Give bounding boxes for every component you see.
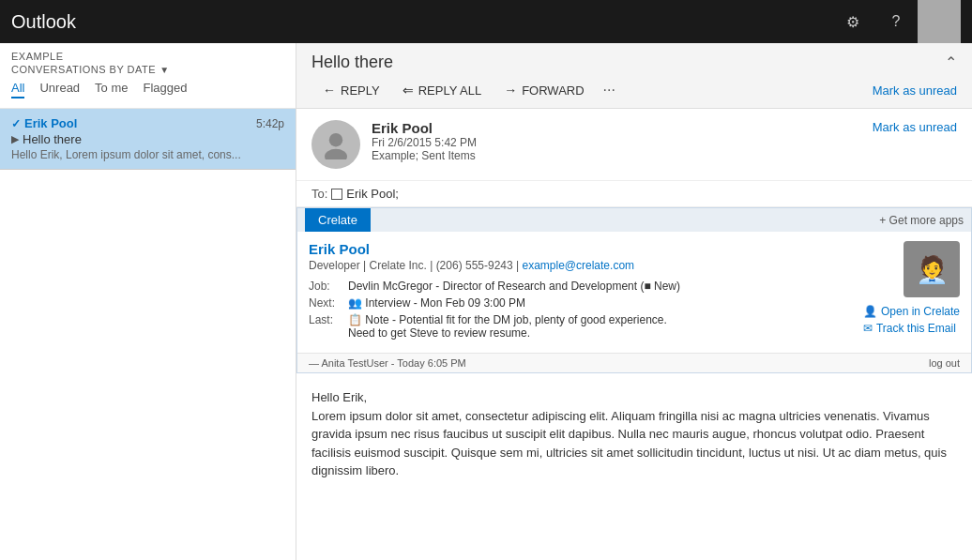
people-icon: 👥: [348, 296, 362, 310]
top-bar: Outlook ⚙ ?: [0, 0, 972, 43]
mark-unread-button[interactable]: Mark as unread: [873, 80, 957, 101]
email-list-item[interactable]: ✓ Erik Pool 5:42p ▶ Hello there Hello Er…: [0, 109, 296, 170]
avatar-icon: [321, 129, 351, 159]
open-label: Open in Crelate: [881, 305, 960, 318]
track-email-button[interactable]: ✉ Track this Email: [863, 322, 960, 335]
email-view-header: Hello there ⌃ ← REPLY ⇐ REPLY ALL → FORW…: [296, 43, 972, 109]
job-value: Devlin McGregor - Director of Research a…: [348, 280, 680, 293]
reply-all-icon: ⇐: [402, 83, 414, 98]
forward-button[interactable]: → FORWARD: [493, 79, 595, 101]
last-value: 📋 Note - Potential fit for the DM job, p…: [348, 313, 667, 340]
to-row: To: Erik Pool;: [296, 181, 972, 207]
crelate-footer: — Anita TestUser - Today 6:05 PM log out: [297, 353, 971, 372]
crelate-email-link[interactable]: example@crelate.com: [522, 259, 634, 272]
to-label: To:: [311, 187, 327, 201]
sender-name: Erik Pool: [24, 116, 77, 130]
crelate-tab-bar: Crelate + Get more apps: [297, 208, 971, 232]
svg-point-1: [325, 149, 347, 159]
logout-link[interactable]: log out: [929, 357, 960, 369]
forward-label: FORWARD: [522, 83, 584, 98]
job-label: Job:: [309, 280, 342, 293]
email-greeting: Hello Erik,: [311, 388, 957, 407]
help-button[interactable]: ?: [874, 0, 918, 43]
email-body-area: Erik Pool Fri 2/6/2015 5:42 PM Example; …: [296, 109, 972, 560]
app-title: Outlook: [11, 11, 831, 33]
top-bar-icons: ⚙ ?: [831, 0, 961, 43]
email-icon: ✉: [863, 322, 873, 335]
reply-all-label: REPLY ALL: [418, 83, 481, 98]
next-value: 👥 Interview - Mon Feb 09 3:00 PM: [348, 296, 525, 310]
reply-button[interactable]: ← REPLY: [311, 79, 391, 101]
crelate-job-row: Job: Devlin McGregor - Director of Resea…: [309, 280, 854, 293]
right-panel: Hello there ⌃ ← REPLY ⇐ REPLY ALL → FORW…: [296, 43, 972, 560]
example-label: EXAMPLE: [11, 51, 284, 62]
tab-flagged[interactable]: Flagged: [144, 81, 188, 98]
person-icon: 👤: [863, 305, 877, 318]
email-time: 5:42p: [256, 117, 284, 130]
crelate-plugin: Crelate + Get more apps Erik Pool Develo…: [296, 207, 972, 373]
sender-folder: Example; Sent Items: [372, 149, 873, 162]
email-subject-title: Hello there: [311, 53, 393, 72]
conversations-row[interactable]: CONVERSATIONS BY DATE ▼: [11, 64, 284, 75]
email-actions-row: ← REPLY ⇐ REPLY ALL → FORWARD ··· Mark a…: [311, 78, 957, 102]
sender-name-display: Erik Pool: [372, 120, 433, 136]
last-label: Last:: [309, 313, 342, 326]
crelate-body: Erik Pool Developer | Crelate Inc. | (20…: [297, 232, 971, 353]
note-icon: 📋: [348, 313, 362, 326]
email-text-content: Hello Erik, Lorem ipsum dolor sit amet, …: [296, 373, 972, 495]
tab-unread[interactable]: Unread: [39, 81, 80, 98]
email-body-paragraph: Lorem ipsum dolor sit amet, consectetur …: [311, 407, 957, 480]
filter-tabs: All Unread To me Flagged: [11, 81, 284, 104]
crelate-tab[interactable]: Crelate: [305, 208, 371, 232]
email-item-header: ✓ Erik Pool 5:42p: [11, 116, 284, 130]
next-label: Next:: [309, 296, 342, 310]
crelate-next-row: Next: 👥 Interview - Mon Feb 09 3:00 PM: [309, 296, 854, 310]
arrow-right-icon: ▶: [11, 133, 19, 145]
crelate-meta-text: Developer | Crelate Inc. | (206) 555-924…: [309, 259, 522, 272]
track-label: Track this Email: [876, 322, 956, 335]
conversations-label: CONVERSATIONS BY DATE: [11, 64, 156, 75]
crelate-fields: Job: Devlin McGregor - Director of Resea…: [309, 280, 854, 340]
crelate-contact-name: Erik Pool: [309, 241, 854, 257]
sender-info-row: Erik Pool Fri 2/6/2015 5:42 PM Example; …: [296, 109, 972, 181]
avatar[interactable]: [918, 0, 961, 43]
email-subject: ▶ Hello there: [11, 132, 284, 146]
tab-all[interactable]: All: [11, 81, 24, 98]
forward-icon: →: [504, 83, 517, 98]
next-value-text: Interview - Mon Feb 09 3:00 PM: [365, 296, 525, 310]
crelate-contact-meta: Developer | Crelate Inc. | (206) 555-924…: [309, 259, 854, 272]
reply-all-button[interactable]: ⇐ REPLY ALL: [391, 79, 493, 101]
main-layout: EXAMPLE CONVERSATIONS BY DATE ▼ All Unre…: [0, 43, 972, 560]
to-value: Erik Pool;: [346, 187, 399, 201]
left-panel-header: EXAMPLE CONVERSATIONS BY DATE ▼ All Unre…: [0, 43, 296, 109]
crelate-right: 🧑‍💼 👤 Open in Crelate ✉ Track this Email: [863, 241, 960, 343]
sender-details: Erik Pool Fri 2/6/2015 5:42 PM Example; …: [372, 120, 873, 162]
mark-unread-right-button[interactable]: Mark as unread: [873, 120, 957, 134]
reply-icon: ←: [323, 83, 336, 98]
crelate-last-row: Last: 📋 Note - Potential fit for the DM …: [309, 313, 854, 340]
crelate-photo: 🧑‍💼: [904, 241, 960, 297]
to-checkbox: [331, 189, 342, 200]
get-more-apps-button[interactable]: + Get more apps: [879, 214, 964, 227]
chevron-down-icon: ▼: [159, 65, 169, 75]
crelate-signature: — Anita TestUser - Today 6:05 PM: [309, 357, 466, 369]
email-subject-line: Hello there ⌃: [311, 53, 957, 72]
email-subject-text: Hello there: [23, 132, 82, 146]
left-panel: EXAMPLE CONVERSATIONS BY DATE ▼ All Unre…: [0, 43, 296, 560]
crelate-info: Erik Pool Developer | Crelate Inc. | (20…: [309, 241, 854, 343]
svg-point-0: [329, 133, 342, 146]
settings-button[interactable]: ⚙: [831, 0, 874, 43]
email-sender: ✓ Erik Pool: [11, 116, 77, 130]
open-in-crelate-button[interactable]: 👤 Open in Crelate: [863, 305, 960, 318]
tab-to-me[interactable]: To me: [95, 81, 128, 98]
reply-label: REPLY: [341, 83, 380, 98]
crelate-actions: 👤 Open in Crelate ✉ Track this Email: [863, 305, 960, 335]
more-button[interactable]: ···: [596, 78, 623, 102]
collapse-button[interactable]: ⌃: [945, 53, 957, 71]
sender-name-row: Erik Pool: [372, 120, 873, 136]
email-preview: Hello Erik, Lorem ipsum dolor sit amet, …: [11, 148, 284, 161]
sender-avatar: [311, 120, 360, 169]
check-icon: ✓: [11, 117, 21, 130]
sender-date: Fri 2/6/2015 5:42 PM: [372, 136, 873, 149]
